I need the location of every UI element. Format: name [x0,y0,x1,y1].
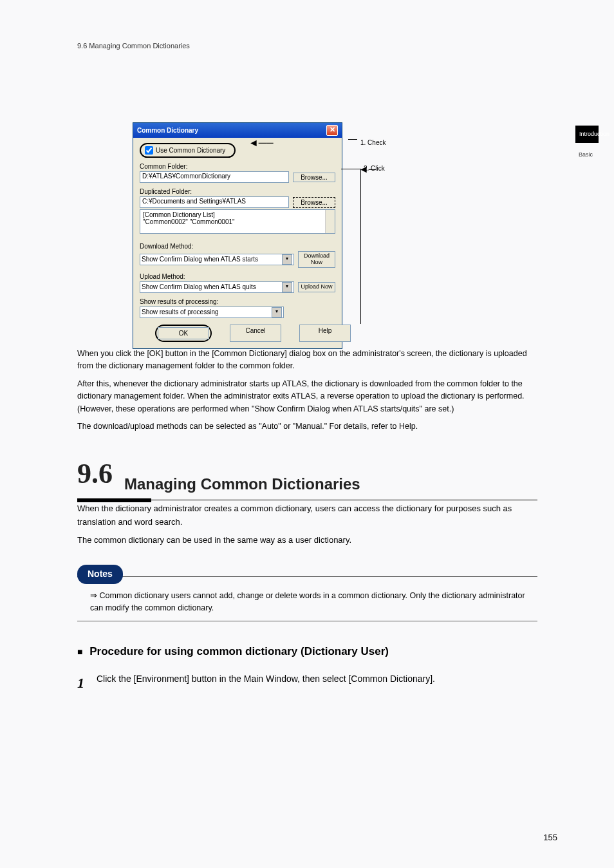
chapter-top-text: Introduction [579,131,595,138]
callout-2-text: 2. Click [364,165,385,172]
dialog-title: Common Dictionary [137,127,198,134]
download-now-button[interactable]: Download Now [298,251,335,268]
show-results-label: Show results of processing: [140,298,335,305]
section-number: 9.6 [77,452,113,496]
notes-box: Notes ⇒ Common dictionary users cannot a… [77,565,537,621]
title-bar: Common Dictionary ✕ [133,123,342,138]
chevron-down-icon[interactable]: ▾ [272,307,282,317]
step-5-para-1: When you click the [OK] button in the [C… [77,348,537,373]
scrollbar[interactable] [325,210,335,233]
upload-now-button[interactable]: Upload Now [298,282,335,292]
browse-duplicated-button[interactable]: Browse... [293,197,335,208]
notes-text: Common dictionary users cannot add, chan… [90,591,525,612]
callout-1: 1. Check [360,139,386,146]
common-folder-label: Common Folder: [140,163,335,170]
procedure-heading-text: Procedure for using common dictionary (D… [89,645,389,657]
use-common-dictionary-checkbox-wrap: Use Common Dictionary [140,143,236,158]
step-text: Click the [Environment] button in the Ma… [97,672,537,694]
list-header: [Common Dictionary List] [143,211,332,218]
common-dictionary-dialog: Common Dictionary ✕ Use Common Dictionar… [133,122,342,349]
section-lead-1: When the dictionary administrator create… [77,502,537,528]
step-number: 1 [77,672,97,694]
notes-badge: Notes [77,565,123,584]
duplicated-folder-input[interactable]: C:¥Documents and Settings¥ATLAS [140,196,289,208]
common-folder-input[interactable]: D:¥ATLAS¥CommonDictionary [140,171,289,183]
arrow-right-icon: ⇒ [90,591,97,600]
help-button[interactable]: Help [299,325,351,342]
common-dictionary-list[interactable]: [Common Dictionary List] "Common0002" "C… [140,209,335,234]
callout-2-top: 2. Click [364,165,385,172]
arrow-icon: ◄── [248,137,274,149]
chapter-top: Introduction [575,126,599,143]
show-results-value: Show results of processing [142,308,219,316]
upload-method-value: Show Confirm Dialog when ATLAS quits [142,283,256,290]
step-1: 1 Click the [Environment] button in the … [77,672,537,694]
chevron-down-icon[interactable]: ▾ [282,254,292,265]
chapter-sidebar: Introduction Basic [575,126,599,165]
browse-common-button[interactable]: Browse... [293,173,335,182]
ok-button[interactable]: OK [158,327,209,339]
ok-highlight: OK [155,325,212,342]
square-bullet-icon: ■ [77,646,82,657]
section-lead-2: The common dictionary can be used in the… [77,534,537,547]
use-common-label: Use Common Dictionary [156,147,225,154]
chevron-down-icon[interactable]: ▾ [282,282,292,292]
duplicated-folder-label: Duplicated Folder: [140,188,335,195]
show-results-select[interactable]: Show results of processing ▾ [140,307,284,318]
download-method-select[interactable]: Show Confirm Dialog when ATLAS starts ▾ [140,254,294,265]
step-5-para-3: The download/upload methods can be selec… [77,420,537,433]
list-values: "Common0002" "Common0001" [143,218,332,225]
chapter-bottom: Basic [575,143,596,166]
download-method-value: Show Confirm Dialog when ATLAS starts [142,256,258,263]
upload-method-label: Upload Method: [140,273,335,280]
page-number: 155 [543,833,557,842]
upload-method-select[interactable]: Show Confirm Dialog when ATLAS quits ▾ [140,281,294,293]
cancel-button[interactable]: Cancel [230,325,281,342]
page-header: 9.6 Managing Common Dictionaries [77,42,190,50]
step-5-para-2: After this, whenever the dictionary admi… [77,378,537,415]
close-icon[interactable]: ✕ [326,125,338,136]
download-method-label: Download Method: [140,243,335,250]
chapter-bottom-text: Basic [579,151,593,158]
procedure-heading: ■ Procedure for using common dictionary … [77,643,537,660]
section-title: Managing Common Dictionaries [124,472,537,496]
section-head: 9.6 Managing Common Dictionaries [77,452,537,496]
use-common-dictionary-checkbox[interactable] [145,146,153,155]
